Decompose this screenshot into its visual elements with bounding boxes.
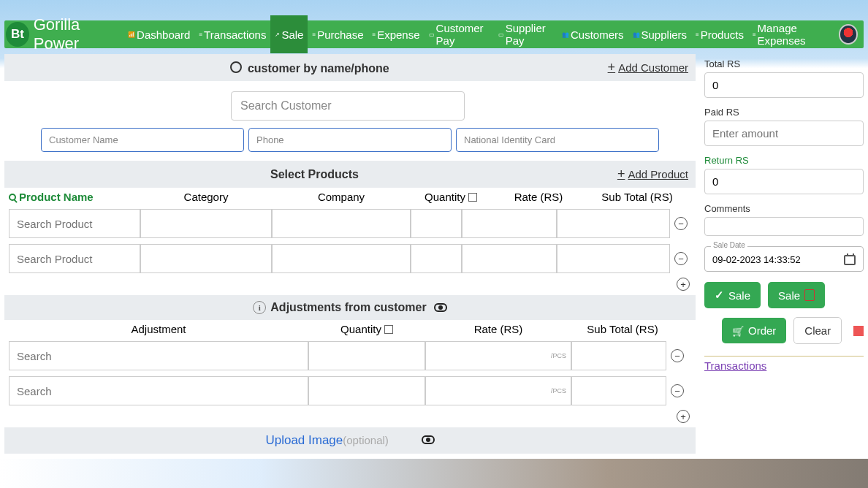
- brand-title: Gorilla Power: [34, 15, 123, 53]
- pdf-icon: [804, 289, 815, 301]
- adjustment-search-input[interactable]: [9, 342, 308, 370]
- upload-optional-label: (optional): [343, 434, 389, 446]
- product-category-input[interactable]: [141, 210, 271, 237]
- remove-row-button[interactable]: −: [671, 384, 684, 397]
- adjustments-section-header: i Adjustments from customer: [4, 295, 696, 320]
- nav-products[interactable]: ≡Products: [691, 15, 748, 53]
- product-row: −: [4, 206, 696, 241]
- customer-nic-input[interactable]: [456, 128, 659, 152]
- cart-icon: [732, 324, 744, 337]
- customer-phone-input[interactable]: [248, 128, 452, 152]
- sale-date-field[interactable]: Sale Date 09-02-2023 14:33:52: [704, 246, 864, 272]
- add-customer-link[interactable]: +Add Customer: [608, 60, 688, 75]
- comments-input[interactable]: [704, 217, 864, 236]
- adjustment-subtotal-input[interactable]: [572, 377, 666, 405]
- unit-suffix: /PCS: [551, 387, 571, 394]
- nav-transactions[interactable]: ≡Transactions: [194, 15, 270, 53]
- bar-chart-icon: 📶: [128, 31, 135, 38]
- products-header-text: Select Products: [12, 168, 617, 181]
- adjustment-row: /PCS −: [4, 338, 696, 373]
- add-product-row-button[interactable]: +: [677, 278, 690, 291]
- adjustment-quantity-input[interactable]: [309, 377, 425, 405]
- upload-image-section: Upload Image(optional): [4, 427, 696, 454]
- box-icon: ▭: [498, 31, 504, 38]
- remove-row-button[interactable]: −: [674, 217, 688, 230]
- col-company: Company: [272, 191, 411, 203]
- list-icon: ≡: [312, 31, 316, 38]
- products-section-header: Select Products +Add Product: [4, 161, 696, 188]
- remove-row-button[interactable]: −: [671, 349, 684, 362]
- paid-label: Paid RS: [704, 107, 864, 118]
- sale-date-value: 09-02-2023 14:33:52: [712, 254, 801, 265]
- product-rate-input[interactable]: [462, 245, 556, 272]
- product-quantity-input[interactable]: [411, 210, 461, 237]
- adjustment-search-input[interactable]: [9, 377, 308, 405]
- trend-icon: ↗: [275, 31, 280, 38]
- sale-pdf-button[interactable]: Sale: [768, 282, 825, 308]
- sale-date-legend: Sale Date: [711, 241, 747, 249]
- product-subtotal-input[interactable]: [557, 210, 669, 237]
- adjustment-rate-input[interactable]: [426, 377, 551, 405]
- adjustment-quantity-input[interactable]: [309, 342, 425, 370]
- col-quantity: Quantity: [425, 191, 465, 203]
- search-icon: [9, 194, 16, 201]
- eye-icon[interactable]: [422, 435, 435, 444]
- comments-label: Comments: [704, 203, 864, 214]
- return-label: Return RS: [704, 155, 864, 166]
- col-adjustment: Adjustment: [9, 323, 308, 335]
- add-product-link[interactable]: +Add Product: [617, 167, 688, 182]
- unit-suffix: /PCS: [551, 352, 571, 359]
- product-subtotal-input[interactable]: [557, 245, 669, 272]
- product-search-input[interactable]: [9, 210, 140, 237]
- list-icon: ≡: [373, 31, 376, 38]
- col-adj-rate: Rate (RS): [425, 323, 571, 335]
- clear-button[interactable]: Clear: [793, 317, 842, 344]
- nav-sale[interactable]: ↗Sale: [270, 15, 308, 53]
- sale-button[interactable]: Sale: [704, 282, 761, 308]
- check-icon: [715, 289, 724, 302]
- adjustment-subtotal-input[interactable]: [572, 342, 666, 370]
- brand-logo: Bt: [6, 22, 29, 47]
- nav-customers[interactable]: 👥Customers: [557, 15, 628, 53]
- transactions-link[interactable]: Transactions: [704, 359, 864, 372]
- nav-dashboard[interactable]: 📶Dashboard: [123, 15, 194, 53]
- nav-manage-expenses[interactable]: ≡Manage Expenses: [748, 15, 833, 53]
- quantity-checkbox[interactable]: [468, 193, 477, 202]
- nav-expense[interactable]: ≡Expense: [368, 15, 425, 53]
- top-navbar: Bt Gorilla Power 📶Dashboard ≡Transaction…: [4, 20, 864, 48]
- product-company-input[interactable]: [273, 245, 410, 272]
- add-adjustment-row-button[interactable]: +: [677, 410, 690, 423]
- quantity-checkbox[interactable]: [384, 325, 393, 334]
- col-category: Category: [140, 191, 272, 203]
- summary-panel: Total RS Paid RS Return RS Comments Sale…: [704, 54, 864, 459]
- product-category-input[interactable]: [141, 245, 271, 272]
- plus-icon: +: [608, 60, 616, 75]
- nav-supplier-pay[interactable]: ▭Supplier Pay: [494, 15, 557, 53]
- total-label: Total RS: [704, 58, 864, 69]
- col-subtotal: Sub Total (RS): [586, 191, 688, 203]
- product-company-input[interactable]: [273, 210, 410, 237]
- product-rate-input[interactable]: [462, 210, 556, 237]
- search-customer-input[interactable]: [231, 91, 465, 121]
- return-input[interactable]: [704, 169, 864, 194]
- box-icon: ▭: [429, 31, 435, 38]
- total-input[interactable]: [704, 72, 864, 98]
- product-search-input[interactable]: [9, 245, 140, 272]
- product-quantity-input[interactable]: [411, 245, 461, 272]
- list-icon: ≡: [753, 31, 756, 38]
- nav-purchase[interactable]: ≡Purchase: [308, 15, 368, 53]
- order-button[interactable]: Order: [722, 318, 786, 343]
- nav-suppliers[interactable]: 👥Suppliers: [628, 15, 692, 53]
- avatar[interactable]: [839, 24, 858, 45]
- calendar-icon[interactable]: [844, 255, 856, 265]
- paid-input[interactable]: [704, 121, 864, 146]
- people-icon: 👥: [562, 31, 569, 38]
- remove-row-button[interactable]: −: [674, 252, 688, 265]
- col-product-name: Product Name: [19, 191, 94, 203]
- eye-icon[interactable]: [434, 303, 447, 312]
- adjustment-rate-input[interactable]: [426, 342, 551, 370]
- nav-customer-pay[interactable]: ▭Customer Pay: [425, 15, 494, 53]
- upload-image-link[interactable]: Upload Image: [265, 433, 343, 447]
- list-icon: ≡: [696, 31, 699, 38]
- customer-name-input[interactable]: [41, 128, 244, 152]
